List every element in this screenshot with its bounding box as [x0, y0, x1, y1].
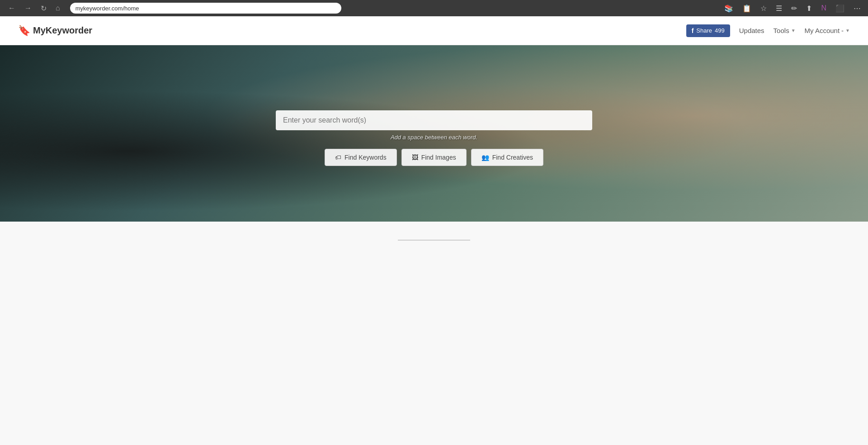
- section-divider: [398, 240, 470, 241]
- brand-name: MyKeyworder: [33, 25, 92, 36]
- find-images-label: Find Images: [421, 154, 456, 161]
- reader-icon[interactable]: 📚: [722, 3, 735, 14]
- keywords-icon: 🏷: [335, 154, 341, 161]
- facebook-icon: f: [692, 27, 694, 34]
- account-dropdown-arrow: ▼: [845, 28, 850, 33]
- images-icon: 🖼: [412, 154, 418, 161]
- facebook-share-button[interactable]: f Share 499: [686, 24, 730, 37]
- collections-icon[interactable]: 📋: [741, 3, 753, 14]
- search-input[interactable]: [276, 110, 592, 130]
- tools-label: Tools: [774, 27, 789, 34]
- content-section: [0, 222, 868, 445]
- more-icon[interactable]: ⋯: [852, 3, 863, 14]
- notes-icon[interactable]: ✏: [789, 3, 799, 14]
- browser-chrome: ← → ↻ ⌂ mykeyworder.com/home 📚 📋 ☆ ☰ ✏ ⬆…: [0, 0, 868, 16]
- find-creatives-label: Find Creatives: [492, 154, 533, 161]
- find-images-button[interactable]: 🖼 Find Images: [401, 149, 467, 166]
- refresh-button[interactable]: ↻: [38, 2, 49, 14]
- find-keywords-button[interactable]: 🏷 Find Keywords: [325, 149, 397, 166]
- account-dropdown[interactable]: My Account - ▼: [805, 27, 850, 34]
- home-button[interactable]: ⌂: [53, 2, 63, 14]
- onenote-icon[interactable]: N: [819, 3, 828, 13]
- address-bar[interactable]: mykeyworder.com/home: [70, 3, 341, 14]
- browser-toolbar: 📚 📋 ☆ ☰ ✏ ⬆ N ⬛ ⋯: [722, 3, 863, 14]
- navbar: 🔖 MyKeyworder f Share 499 Updates Tools …: [0, 16, 868, 45]
- brand-icon: 🔖: [18, 25, 30, 37]
- fb-share-count: 499: [715, 27, 725, 34]
- creatives-icon: 👥: [481, 154, 489, 161]
- hero-section: Add a space between each word. 🏷 Find Ke…: [0, 45, 868, 222]
- search-hint: Add a space between each word.: [391, 134, 477, 141]
- forward-button[interactable]: →: [22, 2, 34, 14]
- tools-dropdown[interactable]: Tools ▼: [774, 27, 796, 34]
- find-creatives-button[interactable]: 👥 Find Creatives: [471, 149, 543, 166]
- find-keywords-label: Find Keywords: [344, 154, 387, 161]
- url-text: mykeyworder.com/home: [75, 5, 139, 12]
- share-icon[interactable]: ⬆: [804, 3, 814, 14]
- hero-content: Add a space between each word. 🏷 Find Ke…: [0, 45, 868, 222]
- pocket-icon[interactable]: ⬛: [834, 3, 846, 14]
- back-button[interactable]: ←: [5, 2, 18, 14]
- account-arrow-text: -: [841, 27, 844, 34]
- menu-icon[interactable]: ☰: [774, 3, 784, 14]
- account-label: My Account: [805, 27, 840, 34]
- tools-dropdown-arrow: ▼: [791, 28, 796, 33]
- fb-share-label: Share: [696, 27, 712, 34]
- updates-link[interactable]: Updates: [739, 27, 764, 34]
- favorites-icon[interactable]: ☆: [759, 3, 769, 14]
- hero-buttons: 🏷 Find Keywords 🖼 Find Images 👥 Find Cre…: [325, 149, 543, 166]
- navbar-right: f Share 499 Updates Tools ▼ My Account -…: [686, 24, 850, 37]
- brand-logo[interactable]: 🔖 MyKeyworder: [18, 25, 92, 37]
